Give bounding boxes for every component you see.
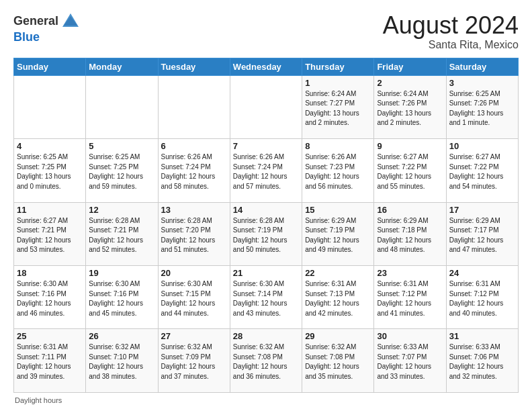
- day-number: 24: [449, 268, 515, 278]
- col-header-friday: Friday: [374, 58, 446, 75]
- calendar-cell: 10Sunrise: 6:27 AM Sunset: 7:22 PM Dayli…: [446, 139, 518, 202]
- footer-note: Daylight hours: [13, 396, 519, 404]
- day-info: Sunrise: 6:29 AM Sunset: 7:17 PM Dayligh…: [449, 216, 515, 255]
- calendar-header-row: SundayMondayTuesdayWednesdayThursdayFrid…: [14, 58, 519, 75]
- day-info: Sunrise: 6:26 AM Sunset: 7:24 PM Dayligh…: [233, 152, 299, 191]
- calendar-cell: 1Sunrise: 6:24 AM Sunset: 7:27 PM Daylig…: [302, 75, 374, 138]
- day-number: 4: [17, 141, 83, 151]
- day-info: Sunrise: 6:31 AM Sunset: 7:13 PM Dayligh…: [305, 279, 371, 318]
- calendar-cell: 31Sunrise: 6:33 AM Sunset: 7:06 PM Dayli…: [446, 329, 518, 393]
- page: General Blue August 2024 Santa Rita, Mex…: [0, 0, 532, 411]
- day-info: Sunrise: 6:30 AM Sunset: 7:14 PM Dayligh…: [233, 279, 299, 318]
- day-number: 17: [449, 205, 515, 215]
- day-number: 30: [377, 331, 443, 341]
- day-info: Sunrise: 6:29 AM Sunset: 7:18 PM Dayligh…: [377, 216, 443, 255]
- calendar-cell: 20Sunrise: 6:30 AM Sunset: 7:15 PM Dayli…: [158, 266, 230, 329]
- calendar-week-2: 4Sunrise: 6:25 AM Sunset: 7:25 PM Daylig…: [14, 139, 519, 202]
- day-number: 14: [233, 205, 299, 215]
- calendar-cell: 25Sunrise: 6:31 AM Sunset: 7:11 PM Dayli…: [14, 329, 86, 393]
- day-info: Sunrise: 6:33 AM Sunset: 7:06 PM Dayligh…: [449, 342, 515, 381]
- title-block: August 2024 Santa Rita, Mexico: [383, 12, 519, 51]
- day-info: Sunrise: 6:30 AM Sunset: 7:15 PM Dayligh…: [161, 279, 227, 318]
- day-info: Sunrise: 6:24 AM Sunset: 7:27 PM Dayligh…: [305, 89, 371, 128]
- day-number: 19: [89, 268, 154, 278]
- day-info: Sunrise: 6:29 AM Sunset: 7:19 PM Dayligh…: [305, 216, 371, 255]
- day-number: 20: [161, 268, 227, 278]
- day-number: 23: [377, 268, 443, 278]
- calendar-cell: 9Sunrise: 6:27 AM Sunset: 7:22 PM Daylig…: [374, 139, 446, 202]
- calendar-cell: [230, 75, 302, 138]
- day-info: Sunrise: 6:30 AM Sunset: 7:16 PM Dayligh…: [89, 279, 154, 318]
- day-number: 9: [377, 141, 443, 151]
- day-number: 18: [17, 268, 83, 278]
- day-info: Sunrise: 6:26 AM Sunset: 7:23 PM Dayligh…: [305, 152, 371, 191]
- day-number: 25: [17, 331, 83, 341]
- logo-blue: Blue: [13, 30, 40, 44]
- day-number: 3: [449, 78, 515, 88]
- calendar-cell: 29Sunrise: 6:32 AM Sunset: 7:08 PM Dayli…: [302, 329, 374, 393]
- day-info: Sunrise: 6:27 AM Sunset: 7:22 PM Dayligh…: [377, 152, 443, 191]
- col-header-sunday: Sunday: [14, 58, 86, 75]
- day-info: Sunrise: 6:27 AM Sunset: 7:22 PM Dayligh…: [449, 152, 515, 191]
- day-number: 11: [17, 205, 83, 215]
- day-info: Sunrise: 6:24 AM Sunset: 7:26 PM Dayligh…: [377, 89, 443, 128]
- calendar-cell: 7Sunrise: 6:26 AM Sunset: 7:24 PM Daylig…: [230, 139, 302, 202]
- day-number: 22: [305, 268, 371, 278]
- calendar-cell: 15Sunrise: 6:29 AM Sunset: 7:19 PM Dayli…: [302, 202, 374, 265]
- day-number: 16: [377, 205, 443, 215]
- day-info: Sunrise: 6:30 AM Sunset: 7:16 PM Dayligh…: [17, 279, 83, 318]
- day-info: Sunrise: 6:26 AM Sunset: 7:24 PM Dayligh…: [161, 152, 227, 191]
- col-header-thursday: Thursday: [302, 58, 374, 75]
- calendar-cell: 8Sunrise: 6:26 AM Sunset: 7:23 PM Daylig…: [302, 139, 374, 202]
- day-info: Sunrise: 6:32 AM Sunset: 7:08 PM Dayligh…: [233, 342, 299, 381]
- calendar-cell: 12Sunrise: 6:28 AM Sunset: 7:21 PM Dayli…: [86, 202, 158, 265]
- calendar-cell: 2Sunrise: 6:24 AM Sunset: 7:26 PM Daylig…: [374, 75, 446, 138]
- calendar-cell: 17Sunrise: 6:29 AM Sunset: 7:17 PM Dayli…: [446, 202, 518, 265]
- day-info: Sunrise: 6:25 AM Sunset: 7:25 PM Dayligh…: [17, 152, 83, 191]
- day-number: 29: [305, 331, 371, 341]
- col-header-saturday: Saturday: [446, 58, 518, 75]
- month-year: August 2024: [383, 12, 519, 39]
- day-info: Sunrise: 6:31 AM Sunset: 7:12 PM Dayligh…: [449, 279, 515, 318]
- day-number: 15: [305, 205, 371, 215]
- day-number: 5: [89, 141, 154, 151]
- day-number: 28: [233, 331, 299, 341]
- calendar-cell: 4Sunrise: 6:25 AM Sunset: 7:25 PM Daylig…: [14, 139, 86, 202]
- calendar-cell: 6Sunrise: 6:26 AM Sunset: 7:24 PM Daylig…: [158, 139, 230, 202]
- calendar-week-5: 25Sunrise: 6:31 AM Sunset: 7:11 PM Dayli…: [14, 329, 519, 393]
- calendar-cell: 22Sunrise: 6:31 AM Sunset: 7:13 PM Dayli…: [302, 266, 374, 329]
- day-number: 13: [161, 205, 227, 215]
- day-info: Sunrise: 6:32 AM Sunset: 7:09 PM Dayligh…: [161, 342, 227, 381]
- calendar-cell: 30Sunrise: 6:33 AM Sunset: 7:07 PM Dayli…: [374, 329, 446, 393]
- logo-general: General: [13, 15, 58, 28]
- day-number: 27: [161, 331, 227, 341]
- day-number: 31: [449, 331, 515, 341]
- calendar-cell: 26Sunrise: 6:32 AM Sunset: 7:10 PM Dayli…: [86, 329, 158, 393]
- day-number: 26: [89, 331, 154, 341]
- day-info: Sunrise: 6:27 AM Sunset: 7:21 PM Dayligh…: [17, 216, 83, 255]
- day-number: 8: [305, 141, 371, 151]
- day-info: Sunrise: 6:31 AM Sunset: 7:11 PM Dayligh…: [17, 342, 83, 381]
- calendar-cell: 5Sunrise: 6:25 AM Sunset: 7:25 PM Daylig…: [86, 139, 158, 202]
- day-info: Sunrise: 6:32 AM Sunset: 7:10 PM Dayligh…: [89, 342, 154, 381]
- day-info: Sunrise: 6:33 AM Sunset: 7:07 PM Dayligh…: [377, 342, 443, 381]
- logo: General Blue: [13, 12, 80, 44]
- day-number: 6: [161, 141, 227, 151]
- day-number: 1: [305, 78, 371, 88]
- day-info: Sunrise: 6:32 AM Sunset: 7:08 PM Dayligh…: [305, 342, 371, 381]
- calendar-week-4: 18Sunrise: 6:30 AM Sunset: 7:16 PM Dayli…: [14, 266, 519, 329]
- calendar-table: SundayMondayTuesdayWednesdayThursdayFrid…: [13, 58, 519, 393]
- day-info: Sunrise: 6:28 AM Sunset: 7:21 PM Dayligh…: [89, 216, 154, 255]
- calendar-cell: 18Sunrise: 6:30 AM Sunset: 7:16 PM Dayli…: [14, 266, 86, 329]
- header: General Blue August 2024 Santa Rita, Mex…: [13, 12, 519, 51]
- calendar-cell: 24Sunrise: 6:31 AM Sunset: 7:12 PM Dayli…: [446, 266, 518, 329]
- calendar-cell: 27Sunrise: 6:32 AM Sunset: 7:09 PM Dayli…: [158, 329, 230, 393]
- day-info: Sunrise: 6:28 AM Sunset: 7:19 PM Dayligh…: [233, 216, 299, 255]
- calendar-cell: 13Sunrise: 6:28 AM Sunset: 7:20 PM Dayli…: [158, 202, 230, 265]
- calendar-cell: [158, 75, 230, 138]
- calendar-cell: 16Sunrise: 6:29 AM Sunset: 7:18 PM Dayli…: [374, 202, 446, 265]
- day-number: 2: [377, 78, 443, 88]
- day-number: 7: [233, 141, 299, 151]
- calendar-cell: 19Sunrise: 6:30 AM Sunset: 7:16 PM Dayli…: [86, 266, 158, 329]
- day-number: 10: [449, 141, 515, 151]
